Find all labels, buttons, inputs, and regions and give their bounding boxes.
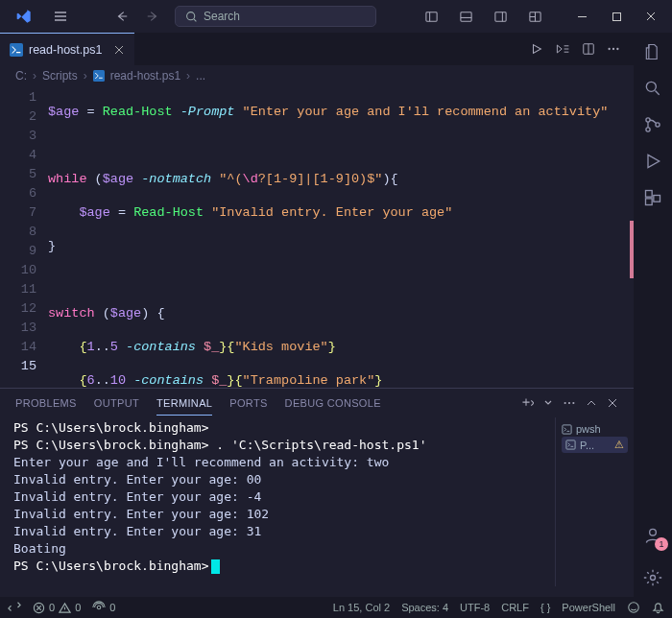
extensions-icon[interactable] bbox=[639, 184, 666, 211]
terminal-cursor bbox=[211, 559, 220, 574]
panel-tabs: PROBLEMS OUTPUT TERMINAL PORTS DEBUG CON… bbox=[0, 389, 634, 417]
svg-point-12 bbox=[564, 402, 566, 404]
svg-point-8 bbox=[608, 48, 610, 50]
code-area[interactable]: $age = Read-Host -Prompt "Enter your age… bbox=[48, 86, 624, 388]
accounts-icon[interactable]: 1 bbox=[639, 522, 666, 549]
svg-point-27 bbox=[98, 606, 102, 609]
run-selection-icon[interactable] bbox=[555, 42, 570, 56]
remote-indicator[interactable] bbox=[8, 601, 21, 614]
chevron-right-icon: › bbox=[33, 69, 36, 83]
svg-rect-21 bbox=[646, 191, 653, 198]
new-terminal-icon[interactable] bbox=[518, 396, 534, 410]
window-close-icon[interactable] bbox=[634, 2, 668, 31]
chevron-right-icon: › bbox=[186, 69, 190, 83]
customize-layout-icon[interactable] bbox=[520, 2, 549, 31]
editor-actions bbox=[530, 33, 634, 65]
svg-rect-15 bbox=[563, 424, 571, 433]
editor[interactable]: 123456789101112131415 $age = Read-Host -… bbox=[0, 86, 634, 388]
window-minimize-icon[interactable] bbox=[564, 2, 599, 31]
powershell-file-icon bbox=[93, 70, 105, 82]
svg-rect-11 bbox=[93, 70, 105, 82]
tab-ports[interactable]: PORTS bbox=[229, 392, 267, 415]
bc-seg-1[interactable]: C: bbox=[15, 69, 27, 83]
activity-bar: 1 bbox=[634, 33, 672, 597]
status-lncol[interactable]: Ln 15, Col 2 bbox=[333, 602, 390, 613]
status-notifications-icon[interactable] bbox=[652, 602, 664, 614]
svg-point-24 bbox=[650, 529, 657, 535]
svg-rect-2 bbox=[460, 12, 470, 20]
split-editor-icon[interactable] bbox=[582, 42, 595, 56]
svg-rect-22 bbox=[646, 199, 653, 205]
explorer-icon[interactable] bbox=[639, 38, 666, 65]
tab-debug-console[interactable]: DEBUG CONSOLE bbox=[285, 392, 381, 415]
svg-rect-1 bbox=[425, 12, 436, 20]
warning-icon: ⚠ bbox=[614, 439, 624, 451]
status-feedback-icon[interactable] bbox=[627, 601, 640, 614]
terminal-item-pwsh[interactable]: pwsh bbox=[562, 421, 628, 437]
source-control-icon[interactable] bbox=[639, 111, 666, 138]
panel: PROBLEMS OUTPUT TERMINAL PORTS DEBUG CON… bbox=[0, 388, 634, 586]
bc-seg-2[interactable]: Scripts bbox=[42, 69, 78, 83]
toggle-secondary-sidebar-icon[interactable] bbox=[486, 2, 515, 31]
svg-rect-6 bbox=[10, 43, 23, 57]
status-errors[interactable]: 0 0 bbox=[33, 602, 81, 614]
run-icon[interactable] bbox=[530, 42, 543, 56]
tab-problems[interactable]: PROBLEMS bbox=[15, 392, 77, 415]
svg-point-20 bbox=[656, 123, 660, 127]
svg-point-0 bbox=[187, 12, 195, 19]
svg-rect-23 bbox=[654, 196, 660, 202]
terminal-icon bbox=[565, 440, 576, 450]
svg-point-18 bbox=[646, 118, 650, 122]
statusbar: 0 0 0 Ln 15, Col 2 Spaces: 4 UTF-8 CRLF … bbox=[0, 597, 672, 618]
search-input[interactable]: Search bbox=[175, 6, 376, 27]
maximize-panel-icon[interactable] bbox=[586, 397, 597, 409]
terminal-dropdown-icon[interactable] bbox=[543, 398, 553, 408]
chevron-right-icon: › bbox=[84, 69, 87, 83]
accounts-badge: 1 bbox=[655, 537, 668, 551]
more-panel-actions-icon[interactable] bbox=[563, 396, 576, 410]
overview-ruler[interactable] bbox=[624, 86, 634, 388]
close-panel-icon[interactable] bbox=[607, 397, 618, 409]
gutter: 123456789101112131415 bbox=[0, 86, 48, 388]
svg-point-14 bbox=[572, 402, 574, 404]
tab-terminal[interactable]: TERMINAL bbox=[156, 392, 212, 416]
terminal-list: pwsh P... ⚠ bbox=[555, 417, 634, 586]
svg-rect-3 bbox=[494, 12, 505, 20]
svg-point-9 bbox=[612, 48, 614, 50]
status-language[interactable]: PowerShell bbox=[562, 602, 615, 613]
window-maximize-icon[interactable] bbox=[599, 2, 634, 31]
terminal-item-powershell-ext[interactable]: P... ⚠ bbox=[562, 437, 628, 453]
terminal[interactable]: PS C:\Users\brock.bingham> PS C:\Users\b… bbox=[0, 417, 555, 586]
titlebar: Search bbox=[0, 0, 672, 33]
nav-forward-icon[interactable] bbox=[146, 10, 159, 23]
search-icon[interactable] bbox=[639, 75, 666, 102]
status-eol[interactable]: CRLF bbox=[501, 602, 529, 613]
tab-close-icon[interactable] bbox=[113, 44, 125, 56]
bc-seg-4[interactable]: ... bbox=[196, 69, 205, 83]
tab-output[interactable]: OUTPUT bbox=[94, 392, 139, 415]
status-language-braces[interactable]: { } bbox=[540, 602, 550, 613]
status-encoding[interactable]: UTF-8 bbox=[460, 602, 490, 613]
nav-back-icon[interactable] bbox=[115, 10, 129, 23]
toggle-panel-icon[interactable] bbox=[451, 2, 480, 31]
powershell-file-icon bbox=[10, 43, 23, 57]
terminal-icon bbox=[562, 424, 572, 435]
svg-point-17 bbox=[646, 82, 656, 91]
run-debug-icon[interactable] bbox=[639, 148, 666, 175]
svg-point-19 bbox=[646, 128, 650, 131]
more-actions-icon[interactable] bbox=[607, 42, 620, 56]
svg-point-28 bbox=[629, 603, 639, 613]
toggle-primary-sidebar-icon[interactable] bbox=[417, 2, 445, 31]
svg-point-13 bbox=[568, 402, 570, 404]
settings-gear-icon[interactable] bbox=[639, 564, 666, 591]
tab-read-host[interactable]: read-host.ps1 bbox=[0, 33, 134, 65]
breadcrumb[interactable]: C: › Scripts › read-host.ps1 › ... bbox=[0, 65, 634, 86]
search-icon bbox=[185, 11, 198, 23]
vscode-logo-icon bbox=[10, 2, 38, 31]
svg-point-25 bbox=[651, 576, 656, 581]
menu-icon[interactable] bbox=[46, 2, 75, 31]
status-ports[interactable]: 0 bbox=[92, 601, 115, 614]
status-spaces[interactable]: Spaces: 4 bbox=[401, 602, 448, 613]
svg-rect-16 bbox=[566, 440, 575, 449]
bc-seg-3[interactable]: read-host.ps1 bbox=[110, 69, 180, 83]
